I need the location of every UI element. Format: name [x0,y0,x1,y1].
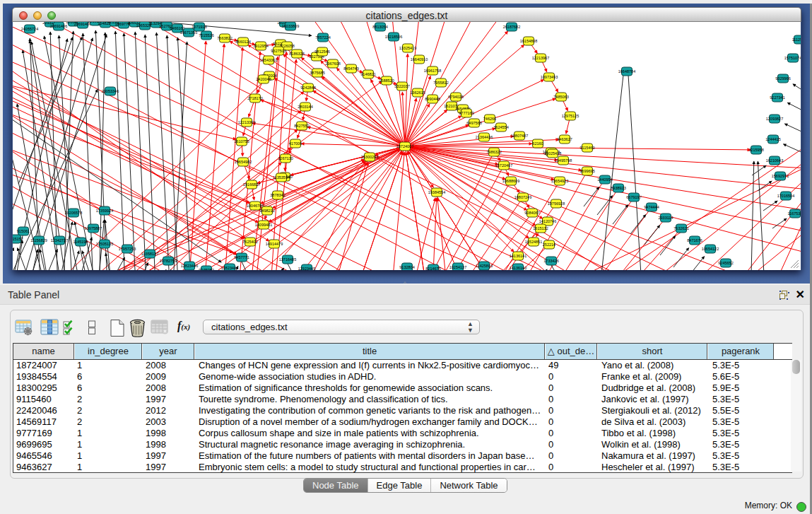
svg-text:8214675: 8214675 [425,267,440,270]
svg-text:9457771: 9457771 [234,255,249,259]
svg-text:6679197: 6679197 [626,195,641,199]
svg-text:7986322: 7986322 [486,150,501,154]
svg-text:10688609: 10688609 [502,179,519,183]
svg-text:9084067: 9084067 [524,211,539,215]
svg-text:93975887: 93975887 [85,226,102,230]
svg-text:14099481: 14099481 [255,223,272,227]
svg-text:10654122: 10654122 [702,247,719,251]
svg-text:7625402: 7625402 [242,240,257,244]
svg-text:252214: 252214 [543,243,555,247]
svg-text:10782759: 10782759 [160,259,177,263]
svg-text:8186328: 8186328 [289,52,304,56]
svg-text:9699695: 9699695 [579,169,594,173]
svg-text:16640910: 16640910 [411,57,428,62]
svg-text:9474444: 9474444 [644,205,659,209]
svg-text:9812546: 9812546 [314,49,329,54]
svg-text:915061: 915061 [17,229,30,233]
svg-text:19654982: 19654982 [235,160,252,164]
svg-text:9327503: 9327503 [271,49,286,53]
svg-text:12093827: 12093827 [766,117,783,121]
svg-text:12975125: 12975125 [562,114,579,118]
svg-text:12823446: 12823446 [221,266,238,270]
svg-text:10807487: 10807487 [511,134,528,138]
svg-text:7632621: 7632621 [673,226,688,230]
svg-text:12342737: 12342737 [51,238,68,243]
svg-text:12923445: 12923445 [298,267,315,270]
svg-text:10756928: 10756928 [548,201,565,206]
svg-text:13325419: 13325419 [399,46,416,50]
svg-text:1244415: 1244415 [765,137,780,141]
svg-text:9777169: 9777169 [459,111,473,115]
svg-text:7857224: 7857224 [315,35,330,40]
svg-text:8813054: 8813054 [372,25,387,29]
svg-text:1071918: 1071918 [192,25,206,29]
svg-text:1615132: 1615132 [533,226,548,230]
svg-text:8427552: 8427552 [294,124,309,128]
svg-text:3215958: 3215958 [748,148,763,152]
svg-text:7485063: 7485063 [553,95,568,99]
svg-text:7515526: 7515526 [199,33,213,37]
svg-text:12823446: 12823446 [181,264,198,268]
svg-text:6497568: 6497568 [466,121,481,125]
svg-text:15720407: 15720407 [495,163,512,168]
svg-text:9245652: 9245652 [718,261,733,265]
svg-text:9245082: 9245082 [199,268,213,270]
svg-text:8454749: 8454749 [343,66,358,71]
svg-text:13654923: 13654923 [551,179,568,183]
svg-text:11156829: 11156829 [30,238,47,243]
svg-text:16543362: 16543362 [260,58,277,62]
svg-text:16961758: 16961758 [424,69,441,73]
svg-text:3624554: 3624554 [493,125,508,129]
svg-text:8471676: 8471676 [687,238,702,243]
svg-text:9242848: 9242848 [300,86,315,90]
svg-text:10254137: 10254137 [449,265,466,269]
svg-text:5322037: 5322037 [394,84,409,88]
svg-text:1167538: 1167538 [787,211,801,216]
svg-text:14136140: 14136140 [510,266,526,270]
svg-text:11425803: 11425803 [476,264,493,268]
svg-text:8938923: 8938923 [611,186,625,190]
svg-text:11353594: 11353594 [273,175,290,180]
svg-text:9329966: 9329966 [775,76,790,81]
svg-text:1362615: 1362615 [410,90,425,95]
svg-text:2967608: 2967608 [325,62,340,66]
svg-text:18724007: 18724007 [396,144,413,148]
svg-text:1145194: 1145194 [73,240,88,244]
svg-text:15692971: 15692971 [772,174,789,178]
svg-text:3267130: 3267130 [278,156,293,160]
svg-text:746266: 746266 [483,117,496,121]
svg-text:19218506: 19218506 [385,35,402,39]
svg-text:19166827: 19166827 [243,182,260,187]
svg-text:14914479: 14914479 [266,242,283,246]
svg-text:3912954: 3912954 [253,44,268,48]
svg-text:1440954: 1440954 [597,177,612,182]
svg-text:16210643: 16210643 [766,158,783,163]
svg-text:9146821: 9146821 [360,72,375,76]
svg-text:16648784: 16648784 [618,69,635,74]
svg-text:9115460: 9115460 [579,146,594,150]
svg-text:7955812: 7955812 [433,81,448,85]
svg-text:16033809: 16033809 [282,24,299,28]
svg-text:10025438: 10025438 [544,151,561,156]
svg-text:1112503: 1112503 [792,37,801,42]
svg-text:17359924: 17359924 [96,209,113,213]
svg-text:25300203: 25300203 [361,155,378,159]
svg-text:1733426: 1733426 [543,259,558,263]
svg-text:13495798: 13495798 [555,158,572,163]
svg-text:12213369: 12213369 [238,120,255,124]
svg-text:62160: 62160 [532,141,543,146]
svg-text:3915157: 3915157 [13,237,23,241]
svg-text:9498212: 9498212 [259,209,274,213]
svg-text:16154808: 16154808 [520,39,537,43]
svg-text:20691406: 20691406 [50,24,67,28]
svg-text:24055724: 24055724 [21,27,38,31]
svg-text:9132804: 9132804 [399,265,414,269]
svg-text:15751074: 15751074 [784,56,801,60]
svg-text:13716485: 13716485 [279,257,296,262]
svg-text:3878342: 3878342 [270,193,285,197]
svg-text:18807249: 18807249 [514,195,531,199]
svg-text:21364436: 21364436 [476,135,493,139]
svg-text:2420046: 2420046 [256,77,271,81]
svg-text:12505135: 12505135 [96,242,113,246]
svg-text:26187682: 26187682 [503,25,520,29]
